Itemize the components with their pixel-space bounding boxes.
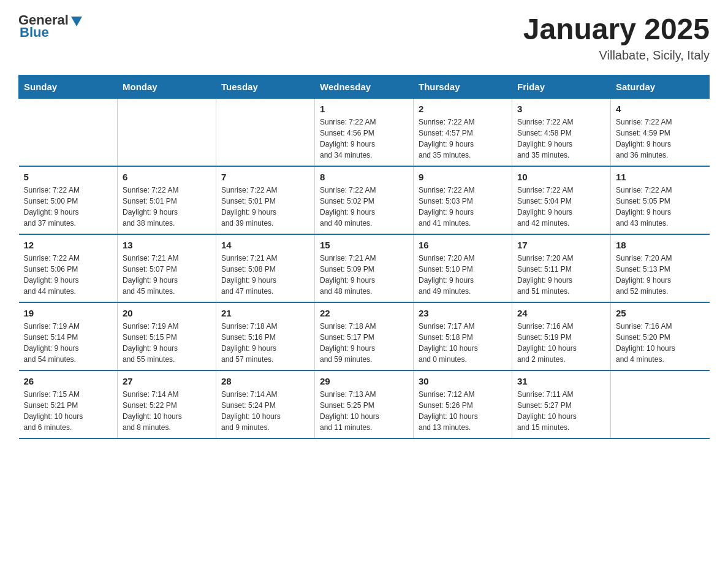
calendar-cell: 5Sunrise: 7:22 AM Sunset: 5:00 PM Daylig… <box>19 166 118 234</box>
day-info: Sunrise: 7:22 AM Sunset: 5:01 PM Dayligh… <box>123 185 211 229</box>
calendar-cell: 19Sunrise: 7:19 AM Sunset: 5:14 PM Dayli… <box>19 302 118 370</box>
day-info: Sunrise: 7:20 AM Sunset: 5:11 PM Dayligh… <box>517 253 605 297</box>
day-info: Sunrise: 7:22 AM Sunset: 5:00 PM Dayligh… <box>24 185 113 229</box>
day-number: 13 <box>123 240 211 250</box>
day-number: 28 <box>221 376 309 386</box>
day-info: Sunrise: 7:18 AM Sunset: 5:16 PM Dayligh… <box>221 321 309 365</box>
calendar-cell: 12Sunrise: 7:22 AM Sunset: 5:06 PM Dayli… <box>19 234 118 302</box>
day-info: Sunrise: 7:22 AM Sunset: 4:57 PM Dayligh… <box>419 117 507 161</box>
day-number: 10 <box>517 172 605 182</box>
day-number: 3 <box>517 104 605 114</box>
day-number: 24 <box>517 308 605 318</box>
day-number: 22 <box>320 308 408 318</box>
calendar-week-row: 5Sunrise: 7:22 AM Sunset: 5:00 PM Daylig… <box>19 166 710 234</box>
day-info: Sunrise: 7:21 AM Sunset: 5:09 PM Dayligh… <box>320 253 408 297</box>
day-info: Sunrise: 7:22 AM Sunset: 5:04 PM Dayligh… <box>517 185 605 229</box>
calendar-cell: 23Sunrise: 7:17 AM Sunset: 5:18 PM Dayli… <box>414 302 512 370</box>
calendar-cell: 25Sunrise: 7:16 AM Sunset: 5:20 PM Dayli… <box>611 302 710 370</box>
calendar-cell <box>611 370 710 439</box>
day-info: Sunrise: 7:21 AM Sunset: 5:08 PM Dayligh… <box>221 253 309 297</box>
day-number: 1 <box>320 104 408 114</box>
weekday-header-monday: Monday <box>118 75 216 99</box>
calendar-header-row: SundayMondayTuesdayWednesdayThursdayFrid… <box>19 75 710 99</box>
day-number: 11 <box>616 172 705 182</box>
day-number: 9 <box>419 172 507 182</box>
day-number: 7 <box>221 172 309 182</box>
day-number: 29 <box>320 376 408 386</box>
calendar-cell: 15Sunrise: 7:21 AM Sunset: 5:09 PM Dayli… <box>315 234 414 302</box>
calendar-cell: 9Sunrise: 7:22 AM Sunset: 5:03 PM Daylig… <box>414 166 512 234</box>
calendar-subtitle: Villabate, Sicily, Italy <box>523 48 710 63</box>
day-number: 15 <box>320 240 408 250</box>
calendar-cell: 17Sunrise: 7:20 AM Sunset: 5:11 PM Dayli… <box>512 234 611 302</box>
day-number: 23 <box>419 308 507 318</box>
weekday-header-wednesday: Wednesday <box>315 75 414 99</box>
day-number: 12 <box>24 240 113 250</box>
day-number: 5 <box>24 172 113 182</box>
calendar-cell: 21Sunrise: 7:18 AM Sunset: 5:16 PM Dayli… <box>216 302 315 370</box>
day-info: Sunrise: 7:15 AM Sunset: 5:21 PM Dayligh… <box>24 389 113 433</box>
day-number: 17 <box>517 240 605 250</box>
calendar-week-row: 1Sunrise: 7:22 AM Sunset: 4:56 PM Daylig… <box>19 99 710 167</box>
calendar-title: January 2025 <box>523 12 710 46</box>
calendar-table: SundayMondayTuesdayWednesdayThursdayFrid… <box>18 75 710 439</box>
day-number: 14 <box>221 240 309 250</box>
day-info: Sunrise: 7:22 AM Sunset: 5:05 PM Dayligh… <box>616 185 705 229</box>
logo-triangle-icon <box>70 14 83 28</box>
day-info: Sunrise: 7:13 AM Sunset: 5:25 PM Dayligh… <box>320 389 408 433</box>
day-info: Sunrise: 7:22 AM Sunset: 4:59 PM Dayligh… <box>616 117 705 161</box>
calendar-cell: 16Sunrise: 7:20 AM Sunset: 5:10 PM Dayli… <box>414 234 512 302</box>
day-number: 2 <box>419 104 507 114</box>
calendar-cell: 10Sunrise: 7:22 AM Sunset: 5:04 PM Dayli… <box>512 166 611 234</box>
day-number: 30 <box>419 376 507 386</box>
day-number: 16 <box>419 240 507 250</box>
day-number: 27 <box>123 376 211 386</box>
day-info: Sunrise: 7:22 AM Sunset: 5:02 PM Dayligh… <box>320 185 408 229</box>
day-info: Sunrise: 7:18 AM Sunset: 5:17 PM Dayligh… <box>320 321 408 365</box>
calendar-cell: 20Sunrise: 7:19 AM Sunset: 5:15 PM Dayli… <box>118 302 216 370</box>
day-number: 8 <box>320 172 408 182</box>
calendar-cell <box>19 99 118 167</box>
day-info: Sunrise: 7:22 AM Sunset: 5:03 PM Dayligh… <box>419 185 507 229</box>
calendar-cell: 7Sunrise: 7:22 AM Sunset: 5:01 PM Daylig… <box>216 166 315 234</box>
calendar-cell <box>118 99 216 167</box>
day-number: 31 <box>517 376 605 386</box>
calendar-cell: 13Sunrise: 7:21 AM Sunset: 5:07 PM Dayli… <box>118 234 216 302</box>
day-info: Sunrise: 7:21 AM Sunset: 5:07 PM Dayligh… <box>123 253 211 297</box>
day-info: Sunrise: 7:12 AM Sunset: 5:26 PM Dayligh… <box>419 389 507 433</box>
day-number: 18 <box>616 240 705 250</box>
weekday-header-saturday: Saturday <box>611 75 710 99</box>
day-info: Sunrise: 7:22 AM Sunset: 5:01 PM Dayligh… <box>221 185 309 229</box>
calendar-week-row: 19Sunrise: 7:19 AM Sunset: 5:14 PM Dayli… <box>19 302 710 370</box>
day-number: 25 <box>616 308 705 318</box>
calendar-cell: 18Sunrise: 7:20 AM Sunset: 5:13 PM Dayli… <box>611 234 710 302</box>
calendar-cell: 3Sunrise: 7:22 AM Sunset: 4:58 PM Daylig… <box>512 99 611 167</box>
calendar-week-row: 26Sunrise: 7:15 AM Sunset: 5:21 PM Dayli… <box>19 370 710 439</box>
calendar-cell: 6Sunrise: 7:22 AM Sunset: 5:01 PM Daylig… <box>118 166 216 234</box>
calendar-cell: 29Sunrise: 7:13 AM Sunset: 5:25 PM Dayli… <box>315 370 414 439</box>
calendar-cell: 31Sunrise: 7:11 AM Sunset: 5:27 PM Dayli… <box>512 370 611 439</box>
logo-text-blue: Blue <box>20 25 49 40</box>
calendar-cell: 22Sunrise: 7:18 AM Sunset: 5:17 PM Dayli… <box>315 302 414 370</box>
calendar-week-row: 12Sunrise: 7:22 AM Sunset: 5:06 PM Dayli… <box>19 234 710 302</box>
calendar-cell: 24Sunrise: 7:16 AM Sunset: 5:19 PM Dayli… <box>512 302 611 370</box>
day-number: 19 <box>24 308 113 318</box>
logo: General Blue <box>18 12 83 40</box>
weekday-header-thursday: Thursday <box>414 75 512 99</box>
weekday-header-sunday: Sunday <box>19 75 118 99</box>
day-info: Sunrise: 7:22 AM Sunset: 4:58 PM Dayligh… <box>517 117 605 161</box>
calendar-cell: 4Sunrise: 7:22 AM Sunset: 4:59 PM Daylig… <box>611 99 710 167</box>
day-number: 6 <box>123 172 211 182</box>
day-info: Sunrise: 7:22 AM Sunset: 5:06 PM Dayligh… <box>24 253 113 297</box>
day-info: Sunrise: 7:20 AM Sunset: 5:13 PM Dayligh… <box>616 253 705 297</box>
calendar-cell: 1Sunrise: 7:22 AM Sunset: 4:56 PM Daylig… <box>315 99 414 167</box>
day-number: 20 <box>123 308 211 318</box>
day-number: 4 <box>616 104 705 114</box>
day-number: 26 <box>24 376 113 386</box>
day-info: Sunrise: 7:11 AM Sunset: 5:27 PM Dayligh… <box>517 389 605 433</box>
day-info: Sunrise: 7:17 AM Sunset: 5:18 PM Dayligh… <box>419 321 507 365</box>
day-info: Sunrise: 7:14 AM Sunset: 5:24 PM Dayligh… <box>221 389 309 433</box>
page-header: General Blue January 2025 Villabate, Sic… <box>18 12 710 63</box>
calendar-cell: 8Sunrise: 7:22 AM Sunset: 5:02 PM Daylig… <box>315 166 414 234</box>
day-number: 21 <box>221 308 309 318</box>
